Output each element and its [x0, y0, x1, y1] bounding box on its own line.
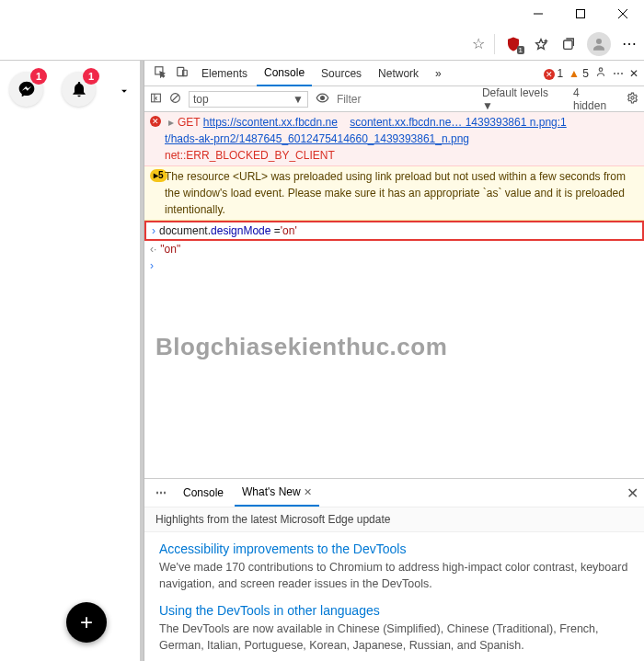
svg-point-7 [596, 39, 602, 44]
account-caret-icon[interactable] [118, 85, 131, 101]
console-body: ✕ ▸GET https://scontent.xx.fbcdn.ne scon… [144, 112, 644, 478]
favorite-star-icon[interactable]: ☆ [472, 35, 485, 52]
svg-point-17 [631, 96, 634, 98]
device-toggle-icon[interactable] [172, 65, 192, 81]
tab-network[interactable]: Network [371, 61, 426, 86]
profile-avatar[interactable] [587, 32, 611, 56]
error-link-3[interactable]: t/hads-ak-prn2/1487645_6012475414660_143… [165, 132, 469, 145]
warning-count[interactable]: ▲ 5 [569, 67, 589, 80]
tab-elements[interactable]: Elements [194, 61, 255, 86]
tabs-overflow[interactable]: » [428, 61, 449, 86]
left-panel: 1 1 + [0, 61, 144, 661]
drawer-close-icon[interactable]: ✕ [627, 484, 638, 502]
whatsnew-item-text: The DevTools are now available in Chines… [159, 621, 629, 654]
devtools-tab-bar: Elements Console Sources Network » ✕1 ▲ … [144, 61, 644, 86]
messenger-icon[interactable]: 1 [9, 72, 43, 107]
console-input-row[interactable]: ›document.designMode ='on' [144, 221, 644, 241]
devtools-close-icon[interactable]: ✕ [629, 67, 638, 80]
svg-rect-6 [564, 40, 572, 49]
error-count[interactable]: ✕1 [544, 67, 563, 80]
warning-text: The resource <URL> was preloaded using l… [165, 168, 638, 218]
error-link-2[interactable]: scontent.xx.fbcdn.ne… 1439393861 n.png:1 [350, 116, 567, 129]
console-filter-bar: top▼ Default levels ▼ 4 hidden [144, 86, 644, 112]
devtools-panel: Elements Console Sources Network » ✕1 ▲ … [144, 61, 644, 661]
notifications-badge: 1 [83, 68, 99, 85]
settings-person-icon[interactable] [594, 65, 607, 81]
console-output-row: ‹·"on" [144, 241, 644, 257]
collections-icon[interactable] [559, 37, 578, 51]
live-expression-icon[interactable] [316, 91, 329, 108]
adblock-shield-icon[interactable]: 1 [504, 36, 523, 52]
tab-sources[interactable]: Sources [314, 61, 369, 86]
console-filter-input[interactable] [337, 93, 475, 106]
window-titlebar [0, 0, 644, 28]
svg-line-15 [172, 95, 178, 101]
inspect-icon[interactable] [150, 65, 170, 81]
drawer-subtitle: Highlights from the latest Microsoft Edg… [144, 507, 644, 532]
hidden-count[interactable]: 4 hidden [573, 86, 615, 112]
error-link-1[interactable]: https://scontent.xx.fbcdn.ne [203, 116, 338, 129]
favorites-icon[interactable] [532, 37, 550, 51]
notifications-bell-icon[interactable]: 1 [62, 72, 96, 107]
error-status: net::ERR_BLOCKED_BY_CLIENT [165, 149, 335, 162]
context-selector[interactable]: top▼ [189, 91, 308, 108]
clear-console-icon[interactable] [169, 92, 181, 107]
window-close-button[interactable] [602, 0, 644, 28]
compose-fab-button[interactable]: + [66, 602, 107, 643]
console-prompt[interactable]: › [144, 257, 644, 274]
messenger-badge: 1 [30, 68, 47, 85]
devtools-drawer: ⋯ Console What's New✕ ✕ Highlights from … [144, 478, 644, 661]
watermark-text: Blogchiasekienthuc.com [155, 333, 447, 361]
console-settings-gear-icon[interactable] [627, 92, 638, 107]
window-maximize-button[interactable] [559, 0, 602, 28]
whatsnew-item-title[interactable]: Using the DevTools in other languages [159, 603, 629, 618]
console-sidebar-toggle-icon[interactable] [150, 92, 162, 107]
more-menu-icon[interactable]: ⋯ [620, 35, 638, 52]
svg-point-11 [599, 68, 603, 72]
log-levels-selector[interactable]: Default levels ▼ [482, 86, 562, 112]
window-minimize-button[interactable] [517, 0, 559, 28]
drawer-tab-whatsnew[interactable]: What's New✕ [235, 479, 319, 507]
drawer-tab-close-icon[interactable]: ✕ [304, 486, 312, 498]
drawer-more-icon[interactable]: ⋯ [150, 486, 172, 499]
browser-toolbar: ☆ 1 ⋯ [0, 28, 644, 61]
svg-rect-1 [577, 10, 585, 18]
drawer-body: Accessibility improvements to the DevToo… [144, 532, 644, 661]
console-warning-row[interactable]: ▸5 The resource <URL> was preloaded usin… [144, 166, 644, 221]
drawer-tab-console[interactable]: Console [176, 479, 231, 507]
console-error-row[interactable]: ✕ ▸GET https://scontent.xx.fbcdn.ne scon… [144, 112, 644, 166]
whatsnew-item-title[interactable]: Accessibility improvements to the DevToo… [159, 541, 629, 556]
devtools-more-icon[interactable]: ⋯ [613, 67, 624, 80]
svg-point-16 [321, 96, 325, 99]
tab-console[interactable]: Console [257, 61, 312, 86]
whatsnew-item-text: We've made 170 contributions to Chromium… [159, 560, 629, 592]
